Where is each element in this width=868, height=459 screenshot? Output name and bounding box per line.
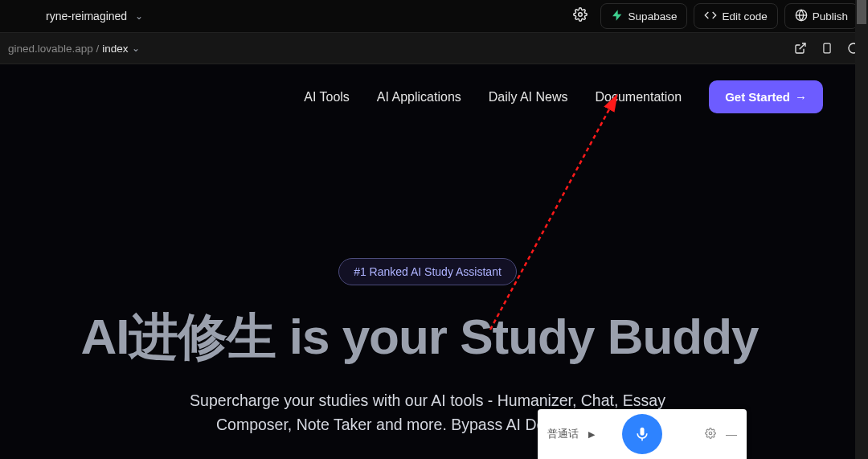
hero-title: AI进修生 is your Study Buddy — [0, 303, 855, 371]
ime-widget[interactable]: 普通话 ▶ — — [538, 409, 747, 459]
nav-documentation[interactable]: Documentation — [596, 90, 682, 105]
preview-wrap: AI Tools AI Applications Daily AI News D… — [0, 64, 868, 459]
edit-code-button[interactable]: Edit code — [694, 3, 777, 29]
topbar-actions: Supabase Edit code Publish — [567, 3, 858, 29]
svg-point-0 — [578, 13, 582, 17]
device-toggle-button[interactable] — [821, 41, 833, 55]
preview-urlbar: gined.lovable.app / index ⌄ — [0, 32, 868, 64]
ime-language[interactable]: 普通话 — [547, 427, 579, 441]
ime-settings-button[interactable] — [705, 428, 716, 441]
url-host: gined.lovable.app / — [8, 43, 99, 55]
svg-rect-4 — [824, 43, 830, 53]
hero-badge: #1 Ranked AI Study Assistant — [338, 258, 517, 285]
get-started-button[interactable]: Get Started → — [709, 80, 823, 113]
url-path: index — [102, 43, 128, 55]
project-name: ryne-reimagined — [46, 10, 127, 23]
nav-ai-tools[interactable]: AI Tools — [304, 90, 350, 105]
supabase-bolt-icon — [611, 9, 624, 24]
app-topbar: ryne-reimagined ⌄ Supabase Edit code Pub… — [0, 0, 868, 32]
nav-daily-news[interactable]: Daily AI News — [489, 90, 568, 105]
preview-viewport[interactable]: AI Tools AI Applications Daily AI News D… — [0, 64, 855, 459]
gear-icon — [573, 7, 588, 25]
chevron-down-icon: ⌄ — [132, 43, 140, 54]
hero-sub-line1: Supercharge your studies with our AI too… — [190, 391, 665, 409]
outer-scrollbar[interactable] — [855, 0, 868, 459]
supabase-label: Supabase — [628, 10, 678, 23]
publish-label: Publish — [813, 10, 848, 23]
svg-line-3 — [800, 43, 805, 49]
chevron-down-icon: ⌄ — [135, 10, 143, 22]
project-switcher[interactable]: ryne-reimagined ⌄ — [10, 10, 143, 23]
settings-button[interactable] — [567, 4, 594, 28]
supabase-button[interactable]: Supabase — [600, 3, 688, 29]
hero-section: #1 Ranked AI Study Assistant AI进修生 is yo… — [0, 113, 855, 436]
open-external-button[interactable] — [794, 42, 807, 55]
code-icon — [704, 9, 717, 24]
microphone-icon — [634, 426, 650, 442]
ime-minimize-button[interactable]: — — [726, 428, 737, 441]
mic-button[interactable] — [622, 414, 662, 454]
globe-icon — [795, 9, 808, 24]
gear-icon — [705, 428, 716, 439]
publish-button[interactable]: Publish — [784, 3, 858, 29]
edit-code-label: Edit code — [722, 10, 767, 23]
arrow-right-icon: → — [795, 90, 807, 104]
nav-ai-applications[interactable]: AI Applications — [377, 90, 461, 105]
svg-point-8 — [709, 432, 712, 435]
preview-controls — [794, 41, 860, 55]
preview-url[interactable]: gined.lovable.app / index ⌄ — [8, 43, 140, 55]
play-icon[interactable]: ▶ — [588, 429, 595, 440]
get-started-label: Get Started — [725, 90, 790, 104]
scrollbar-thumb[interactable] — [857, 0, 866, 24]
site-nav: AI Tools AI Applications Daily AI News D… — [0, 64, 855, 113]
